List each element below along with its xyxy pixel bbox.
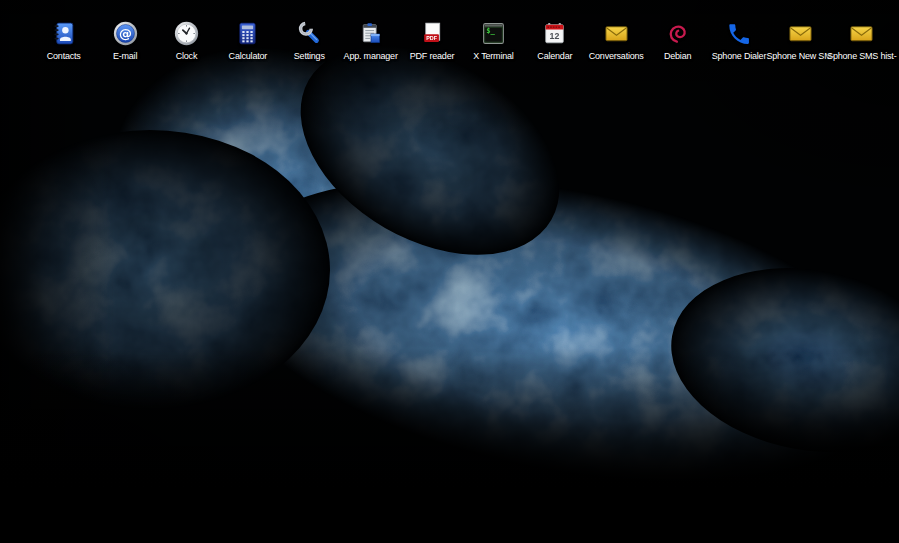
icon-label-sphone-sms-history: Sphone SMS hist-: [827, 51, 896, 61]
app-manager-icon: [357, 20, 384, 47]
icon-label-contacts: Contacts: [47, 51, 81, 61]
email-icon: @: [112, 20, 139, 47]
svg-text:12: 12: [550, 31, 560, 41]
phone-handset-icon: [725, 20, 752, 47]
contacts-icon: [50, 20, 77, 47]
desktop-icon-calculator[interactable]: Calculator: [217, 20, 278, 61]
pdf-reader-icon: PDF: [419, 20, 446, 47]
icon-label-conversations: Conversations: [589, 51, 644, 61]
terminal-icon: $_: [480, 20, 507, 47]
svg-text:PDF: PDF: [426, 35, 437, 41]
icon-label-settings: Settings: [294, 51, 325, 61]
desktop-wallpaper: [0, 0, 899, 543]
icon-label-clock: Clock: [176, 51, 198, 61]
debian-swirl-icon: [664, 20, 691, 47]
icon-label-calculator: Calculator: [229, 51, 268, 61]
desktop-icon-clock[interactable]: Clock: [156, 20, 217, 61]
icon-label-calendar: Calendar: [537, 51, 572, 61]
svg-text:$_: $_: [486, 26, 495, 35]
desktop-icon-email[interactable]: @ E-mail: [94, 20, 155, 61]
desktop-icon-row: Contacts @ E-mail: [0, 20, 899, 61]
clock-icon: [173, 20, 200, 47]
desktop-icon-settings[interactable]: Settings: [279, 20, 340, 61]
calendar-icon: 12: [541, 20, 568, 47]
desktop-icon-sphone-new-sms[interactable]: Sphone New SM-: [770, 20, 831, 61]
icon-label-sphone-new-sms: Sphone New SM-: [767, 51, 835, 61]
calculator-icon: [234, 20, 261, 47]
envelope-icon: [603, 20, 630, 47]
envelope-icon: [848, 20, 875, 47]
desktop-icon-app-manager[interactable]: App. manager: [340, 20, 401, 61]
desktop-icon-calendar[interactable]: 12 Calendar: [524, 20, 585, 61]
wallpaper-water-texture: [0, 0, 899, 543]
desktop-icon-conversations[interactable]: Conversations: [586, 20, 647, 61]
icon-label-app-manager: App. manager: [344, 51, 398, 61]
desktop-icon-contacts[interactable]: Contacts: [33, 20, 94, 61]
envelope-icon: [787, 20, 814, 47]
desktop-icon-x-terminal[interactable]: $_ X Terminal: [463, 20, 524, 61]
icon-label-x-terminal: X Terminal: [473, 51, 513, 61]
desktop-icon-sphone-dialer[interactable]: Sphone Dialer: [708, 20, 769, 61]
icon-label-pdf-reader: PDF reader: [410, 51, 455, 61]
desktop-icon-debian[interactable]: Debian: [647, 20, 708, 61]
icon-label-debian: Debian: [664, 51, 691, 61]
settings-wrench-icon: [296, 20, 323, 47]
icon-label-email: E-mail: [113, 51, 137, 61]
icon-label-sphone-dialer: Sphone Dialer: [712, 51, 766, 61]
desktop-icon-sphone-sms-history[interactable]: Sphone SMS hist-: [831, 20, 892, 61]
desktop-icon-pdf-reader[interactable]: PDF PDF reader: [401, 20, 462, 61]
svg-text:@: @: [119, 26, 132, 41]
